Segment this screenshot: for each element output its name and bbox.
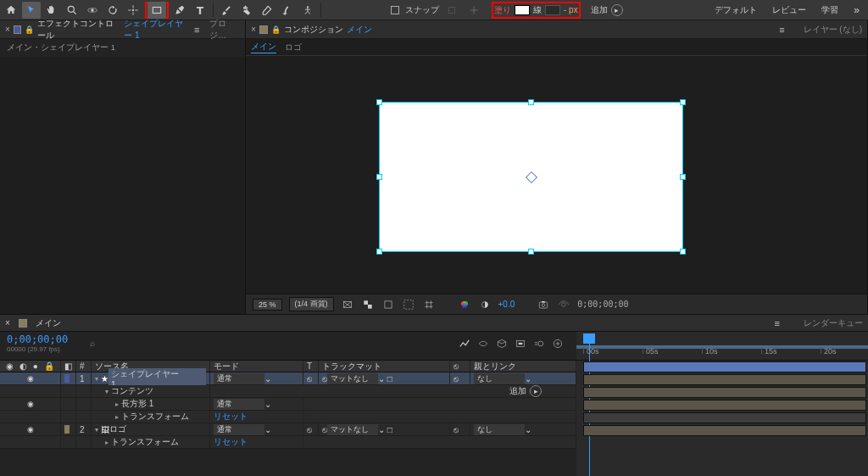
- tl-icon-graph[interactable]: [458, 337, 471, 350]
- vb-exposure-reset[interactable]: [478, 298, 492, 311]
- vb-show-snapshot[interactable]: [557, 298, 570, 311]
- tl-icon-shy[interactable]: [476, 337, 490, 350]
- puppet-tool[interactable]: [298, 2, 317, 19]
- time-ruler[interactable]: 00s 05s 10s 15s 20s: [576, 332, 868, 361]
- comp-tab-main[interactable]: メイン: [251, 41, 276, 53]
- trackmatte-dropdown[interactable]: マットなし: [327, 373, 378, 384]
- tl-menu[interactable]: ≡: [775, 318, 780, 328]
- preserve-icon[interactable]: ⎋: [307, 425, 312, 434]
- viewer[interactable]: [246, 56, 867, 294]
- ws-more[interactable]: »: [854, 4, 860, 16]
- layer-prop-row[interactable]: ▸トランスフォーム リセット: [0, 411, 576, 423]
- mode-dropdown[interactable]: 通常: [214, 399, 264, 410]
- handle-br[interactable]: [680, 249, 686, 255]
- layer-bar[interactable]: [583, 361, 866, 372]
- handle-bl[interactable]: [376, 249, 382, 255]
- vb-grid[interactable]: [422, 298, 436, 311]
- hdr-solo-icon[interactable]: ●: [33, 361, 38, 371]
- search-input[interactable]: ⌕: [90, 339, 451, 348]
- mode-dropdown[interactable]: 通常: [214, 373, 264, 384]
- pen-tool[interactable]: [170, 2, 189, 19]
- snap-checkbox[interactable]: [391, 6, 399, 14]
- twirl-icon[interactable]: ▸: [115, 400, 119, 408]
- layer-prop-row[interactable]: ◉ ▸長方形 1 通常 ⌄: [0, 398, 576, 411]
- layer-prop-row[interactable]: ▾コンテンツ 追加 ▸: [0, 385, 576, 398]
- hdr-lock-icon[interactable]: 🔒: [44, 361, 54, 371]
- panel-menu[interactable]: ≡: [194, 25, 199, 35]
- handle-l[interactable]: [376, 174, 382, 180]
- anchor-point[interactable]: [525, 171, 537, 182]
- preserve-icon[interactable]: ⎋: [307, 374, 312, 384]
- clone-tool[interactable]: [237, 2, 256, 19]
- roto-tool[interactable]: [278, 2, 297, 19]
- hdr-visibility-icon[interactable]: ◉: [6, 361, 14, 371]
- twirl-icon[interactable]: ▾: [95, 426, 98, 434]
- layer-row[interactable]: ◉ 2 ▾🖽 ロゴ 通常 ⌄ ⎋ ⎋ マットなし ⌄ □ ⎋ なし ⌄: [0, 423, 576, 436]
- tl-icon-motion-blur[interactable]: [532, 337, 546, 350]
- timeline-track-area[interactable]: 00s 05s 10s 15s 20s: [576, 332, 868, 476]
- handle-tr[interactable]: [680, 99, 686, 105]
- hdr-audio-icon[interactable]: ◐: [19, 361, 27, 371]
- timecode[interactable]: 0;00;00;00: [7, 333, 68, 345]
- anchor-tool[interactable]: [124, 2, 142, 19]
- eye-icon[interactable]: ◉: [27, 374, 34, 383]
- tl-close[interactable]: ×: [5, 318, 10, 328]
- add-button[interactable]: ▸: [611, 4, 623, 16]
- panel-close[interactable]: ×: [251, 25, 256, 34]
- handle-b[interactable]: [528, 249, 534, 255]
- parent-dropdown[interactable]: なし: [474, 373, 525, 384]
- playhead[interactable]: [583, 333, 595, 344]
- eraser-tool[interactable]: [258, 2, 276, 19]
- layer-bar[interactable]: [583, 400, 866, 411]
- handle-r[interactable]: [680, 174, 686, 180]
- layer-prop-row[interactable]: ▸トランスフォーム リセット: [0, 436, 576, 449]
- eye-icon[interactable]: ◉: [27, 400, 34, 408]
- rectangle-tool[interactable]: [147, 2, 166, 19]
- exposure-value[interactable]: +0.0: [498, 300, 515, 309]
- resolution-dropdown[interactable]: (1/4 画質): [289, 297, 334, 311]
- layer-bar[interactable]: [583, 387, 866, 398]
- label-swatch[interactable]: [64, 374, 70, 383]
- panel-close[interactable]: ×: [5, 25, 10, 34]
- twirl-icon[interactable]: ▸: [115, 413, 119, 421]
- ws-default[interactable]: デフォルト: [715, 4, 757, 16]
- lock-icon[interactable]: 🔒: [271, 25, 281, 34]
- vb-fast-preview[interactable]: [341, 298, 354, 311]
- tl-tab-render[interactable]: レンダーキュー: [804, 317, 863, 329]
- selection-tool[interactable]: [22, 2, 41, 19]
- parent-dropdown[interactable]: なし: [474, 424, 525, 435]
- vb-snapshot[interactable]: [537, 298, 550, 311]
- zoom-tool[interactable]: [63, 2, 81, 19]
- panel-layer-link[interactable]: シェイプレイヤー 1: [124, 18, 191, 42]
- brush-tool[interactable]: [217, 2, 236, 19]
- vb-transparency[interactable]: [361, 298, 375, 311]
- lock-icon[interactable]: 🔒: [25, 25, 34, 34]
- hdr-label-icon[interactable]: ◧: [64, 361, 72, 371]
- twirl-icon[interactable]: ▾: [95, 375, 98, 383]
- label-swatch[interactable]: [64, 425, 70, 434]
- vb-mask[interactable]: [381, 298, 395, 311]
- panel-menu[interactable]: ≡: [779, 25, 784, 35]
- handle-t[interactable]: [528, 99, 534, 105]
- layer-row[interactable]: ◉ 1 ▾★ シェイプレイヤー 1 通常 ⌄ ⎋ ⎋ マットなし ⌄ □ ⎋ な…: [0, 372, 576, 385]
- hand-tool[interactable]: [42, 2, 61, 19]
- reset-link[interactable]: リセット: [214, 412, 248, 423]
- pickwhip-icon[interactable]: ⎋: [453, 425, 459, 434]
- comp-tab-logo[interactable]: ロゴ: [285, 42, 302, 53]
- layer-bar[interactable]: [583, 425, 866, 436]
- handle-tl[interactable]: [376, 99, 382, 105]
- text-tool[interactable]: [191, 2, 209, 19]
- layer-name[interactable]: ロゴ: [109, 423, 126, 435]
- layer-bar[interactable]: [583, 412, 866, 423]
- vb-channel[interactable]: [458, 298, 471, 311]
- add-button[interactable]: ▸: [530, 385, 542, 397]
- stroke-swatch[interactable]: [545, 5, 560, 15]
- viewer-time[interactable]: 0;00;00;00: [577, 300, 628, 309]
- ws-review[interactable]: レビュー: [772, 4, 806, 16]
- twirl-icon[interactable]: ▸: [105, 439, 108, 446]
- vb-roi[interactable]: [402, 298, 415, 311]
- rotation-tool[interactable]: [103, 2, 122, 19]
- fill-swatch[interactable]: [515, 5, 530, 15]
- layer-bar[interactable]: [583, 374, 866, 385]
- comp-link[interactable]: メイン: [347, 24, 372, 36]
